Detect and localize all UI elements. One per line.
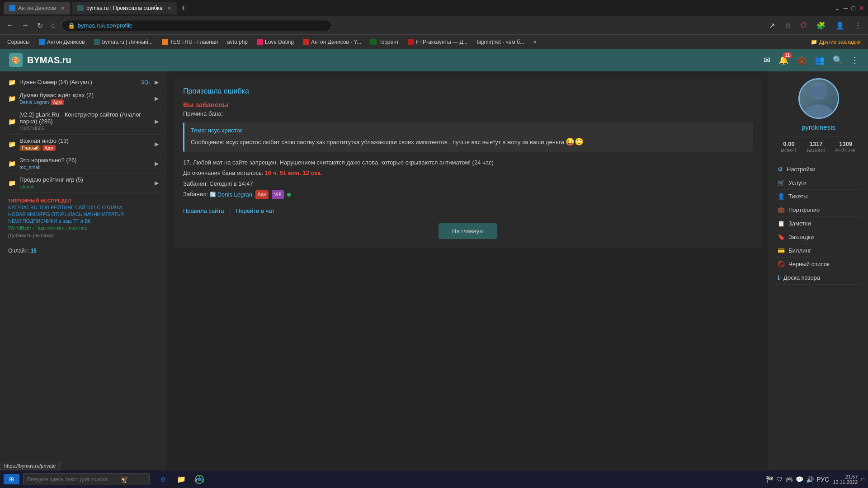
tab-1-close[interactable]: ✕ xyxy=(61,5,65,11)
discord-icon: 💬 xyxy=(796,476,803,483)
sidebar-arrow-5: ▶ xyxy=(155,160,159,167)
tab-1[interactable]: Антон Денисов ✕ xyxy=(4,2,70,14)
notification-action-icon[interactable]: □ xyxy=(861,477,864,482)
new-tab-button[interactable]: + xyxy=(179,4,189,13)
bookmark-more[interactable]: » xyxy=(530,38,540,46)
ad-link-1[interactable]: ТЮРЕМНЫЙ БЕСПРЕДЕЛ xyxy=(8,198,159,203)
ad-link-5[interactable]: WorldByte - Наш хостинг - партнер xyxy=(8,225,159,230)
forward-button[interactable]: → xyxy=(19,19,32,31)
tab-2-title: bymas.ru | Произошла ошибка xyxy=(86,5,163,11)
chat-link[interactable]: Перейти в чат xyxy=(236,207,274,214)
sidebar-arrow-1: ▶ xyxy=(155,79,159,85)
folder-icon-1: 📁 xyxy=(8,79,16,86)
menu-shameboard[interactable]: ℹ Доска позора xyxy=(776,271,861,285)
tab-2-close[interactable]: ✕ xyxy=(167,5,171,11)
close-window-button[interactable]: ✕ xyxy=(859,5,864,12)
ad-link-3[interactable]: НОВАЯ MMORPG ОТКРЫЛАСЬ НАЧНИ ИГРАТЬ!!! xyxy=(8,211,159,217)
taskbar-edge-button[interactable]: e xyxy=(155,472,171,487)
maximize-button[interactable]: □ xyxy=(852,5,855,12)
ban-topic-value: исус христос xyxy=(208,127,243,134)
add-ad-button[interactable]: [Добавить рекламу] xyxy=(8,233,54,238)
main-layout: 📁 Нужен Спамер (14) (Актуал.) SQL ▶ 📁 Ду… xyxy=(0,71,868,488)
briefcase-button[interactable]: 💼 xyxy=(797,55,807,65)
back-button[interactable]: ← xyxy=(4,19,16,31)
volume-icon[interactable]: 🔊 xyxy=(806,476,814,483)
taskbar-system-icons: 🏁 🛡 🎮 💬 🔊 РУС xyxy=(766,476,829,483)
bookmark-star-button[interactable]: ☆ xyxy=(782,20,794,31)
bookmark-avto[interactable]: avto.php xyxy=(223,38,251,46)
blacklist-icon: 🚫 xyxy=(778,261,785,267)
ban-by-user-link[interactable]: Denis Legran xyxy=(217,189,252,200)
bookmark-anton[interactable]: Антон Денисов xyxy=(35,38,89,46)
app-logo: 🎨 BYMAS.ru xyxy=(9,53,71,67)
bookmark-torrent[interactable]: Торрент xyxy=(367,38,402,46)
bookmark-bymas-personal[interactable]: bymas.ru | Личный... xyxy=(90,38,156,46)
bookmark-services[interactable]: Сервисы xyxy=(4,38,33,46)
refresh-button[interactable]: ↻ xyxy=(34,19,46,32)
sidebar-item-2[interactable]: 📁 Думаю бумас ждёт крах (2) Denis Legran… xyxy=(5,89,162,108)
tab-list-button[interactable]: ⌄ xyxy=(835,5,840,12)
menu-bookmarks[interactable]: 🔖 Закладки xyxy=(776,230,861,244)
sidebar-item-3[interactable]: 📁 [v2.2] gLark.Ru - Конструктор сайтов (… xyxy=(5,108,162,135)
share-button[interactable]: ↗ xyxy=(766,20,778,31)
menu-tickets[interactable]: 👤 Тикеты xyxy=(776,190,861,203)
status-url: https://bymas.ru/private xyxy=(0,462,60,470)
minimize-button[interactable]: ─ xyxy=(844,5,848,12)
browser-menu-button[interactable]: ⋮ xyxy=(852,20,864,31)
users-button[interactable]: 👥 xyxy=(815,55,825,65)
bookmark-youtube[interactable]: Антон Денисов - Y... xyxy=(299,38,365,46)
menu-settings-label: Настройки xyxy=(787,166,816,173)
sidebar-item-suffix-1: SQL xyxy=(141,80,151,85)
taskbar-search-input[interactable] xyxy=(27,476,118,483)
profile-username[interactable]: pyrokinesis xyxy=(776,123,861,131)
sidebar-item-5[interactable]: 📁 Это нормально? (26) mc_small ▶ xyxy=(5,154,162,174)
search-button[interactable]: 🔍 xyxy=(833,55,843,65)
taskbar-time: 21:57 xyxy=(833,474,858,479)
tab-2[interactable]: bymas.ru | Произошла ошибка ✕ xyxy=(72,2,177,14)
sidebar-right: pyrokinesis 0.00 МОНЕТ 1317 БАЛЛОВ 1309 … xyxy=(769,71,868,488)
menu-blacklist[interactable]: 🚫 Черный список xyxy=(776,258,861,271)
opera-button[interactable]: O xyxy=(798,20,809,30)
rules-link[interactable]: Правила сайта xyxy=(183,207,224,214)
ad-link-2[interactable]: KATSTAT.RU-ТОП РЕЙТИНГ САЙТОВ С ОТДАЧИ xyxy=(8,205,159,210)
sidebar-item-content-2: Думаю бумас ждёт крах (2) Denis Legran А… xyxy=(19,92,151,105)
profile-avatar xyxy=(798,78,839,119)
menu-settings[interactable]: ⚙ Настройки xyxy=(776,163,861,176)
sidebar-adm-badge-4: Адм xyxy=(42,145,56,151)
stat-points-label: БАЛЛОВ xyxy=(807,148,826,153)
mail-button[interactable]: ✉ xyxy=(764,55,770,65)
ad-link-4[interactable]: NEW! ПОДПИСЧИКИ в ваш ТГ и ВК xyxy=(8,218,159,224)
menu-billing[interactable]: 💳 Биллинг xyxy=(776,244,861,258)
sidebar-item-title-4: Важная инфо (13) xyxy=(19,137,151,144)
ban-remaining-value: 16 ч. 51 мин. 12 сек. xyxy=(265,169,322,176)
bookmark-bigmir[interactable]: bigmir)net - чем б... xyxy=(473,38,528,46)
taskbar-chrome-button[interactable] xyxy=(191,472,208,487)
start-button[interactable]: ⊞ xyxy=(4,474,19,484)
sidebar-item-4[interactable]: 📁 Важная инфо (13) Ржавый Адм ▶ xyxy=(5,135,162,154)
taskbar-folder-button[interactable]: 📁 xyxy=(173,472,189,487)
sidebar-item-6[interactable]: 📁 Продаю рейтинг игр (5) Elenril ▶ xyxy=(5,174,162,193)
extensions-button[interactable]: 🧩 xyxy=(814,20,828,31)
main-content: Произошла ошибка Вы забанены Причина бан… xyxy=(167,71,769,488)
menu-notes[interactable]: 📋 Заметки xyxy=(776,217,861,230)
bookmark-ftp[interactable]: FTP-аккаунты — Д... xyxy=(404,38,471,46)
address-bar[interactable]: 🔒 bymas.ru/user/profile xyxy=(61,20,332,31)
home-button[interactable]: ⌂ xyxy=(48,19,58,31)
menu-services[interactable]: 🛒 Услуги xyxy=(776,176,861,190)
bookmark-other[interactable]: 📁 Другие закладки xyxy=(807,38,864,46)
sidebar-arrow-4: ▶ xyxy=(155,141,159,147)
profile-menu: ⚙ Настройки 🛒 Услуги 👤 Тикеты 💼 Портфоли… xyxy=(776,163,861,285)
menu-button[interactable]: ⋮ xyxy=(851,55,859,65)
sidebar-item-1[interactable]: 📁 Нужен Спамер (14) (Актуал.) SQL ▶ xyxy=(5,76,162,89)
notifications-button[interactable]: 🔔 11 xyxy=(778,55,788,65)
profile-avatar-small[interactable]: 👤 xyxy=(833,20,847,31)
ads-section: ТЮРЕМНЫЙ БЕСПРЕДЕЛ KATSTAT.RU-ТОП РЕЙТИН… xyxy=(5,193,162,242)
home-button[interactable]: На главную xyxy=(439,223,497,239)
taskbar-search[interactable]: 🦅 xyxy=(23,473,150,485)
flag-icon: 🏁 xyxy=(766,476,774,483)
bookmark-lovedating[interactable]: Love Dating xyxy=(253,38,297,46)
bookmark-test[interactable]: TEST.RU - Главная xyxy=(158,38,222,46)
sidebar-left: 📁 Нужен Спамер (14) (Актуал.) SQL ▶ 📁 Ду… xyxy=(0,71,167,488)
menu-portfolio[interactable]: 💼 Портфолио xyxy=(776,203,861,217)
menu-shameboard-label: Доска позора xyxy=(783,274,820,281)
